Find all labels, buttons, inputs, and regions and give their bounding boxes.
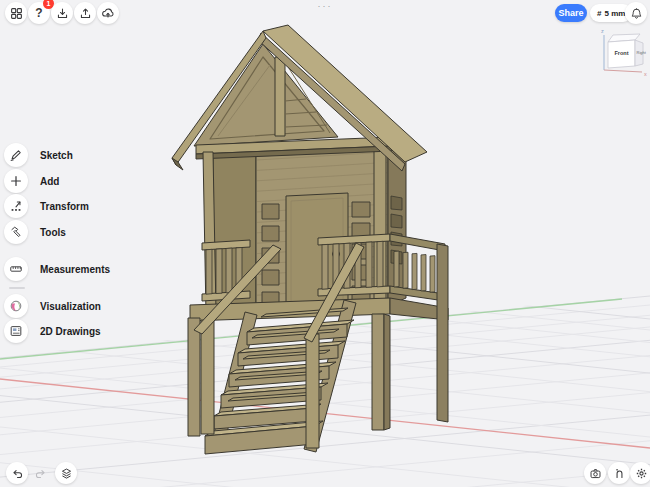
transform-arrows-icon: [9, 199, 23, 213]
layers-stack-icon: [60, 467, 73, 480]
redo-icon: [34, 467, 47, 480]
touch-input-icon: [613, 467, 626, 480]
sidebar-item-transform[interactable]: Transform: [4, 194, 89, 218]
touch-input-button[interactable]: [608, 462, 630, 484]
import-arrow-icon: [56, 7, 69, 20]
grid-units-value: 5 mm: [604, 9, 625, 18]
settings-gear-icon: [635, 467, 648, 480]
sidebar-label: Measurements: [40, 264, 110, 275]
cube-right-label: Right: [637, 50, 647, 55]
x-axis-label: x: [644, 71, 647, 77]
undo-icon: [11, 467, 24, 480]
help-button[interactable]: ? 1: [28, 2, 50, 24]
playhouse-model[interactable]: [172, 25, 448, 454]
question-mark-icon: ?: [35, 7, 42, 19]
material-sphere-icon: [9, 299, 23, 313]
sidebar-item-add[interactable]: Add: [4, 169, 59, 193]
sidebar-label: 2D Drawings: [40, 326, 101, 337]
sidebar-label: Transform: [40, 201, 89, 212]
sidebar-item-sketch[interactable]: Sketch: [4, 143, 73, 167]
sidebar-label: Sketch: [40, 150, 73, 161]
hammer-icon: [9, 225, 23, 239]
export-button[interactable]: [74, 2, 96, 24]
3d-viewport[interactable]: [0, 0, 650, 487]
camera-icon: [589, 467, 602, 480]
apps-button[interactable]: [5, 2, 27, 24]
undo-button[interactable]: [6, 462, 28, 484]
import-button[interactable]: [51, 2, 73, 24]
export-arrow-icon: [79, 7, 92, 20]
sidebar-divider: [9, 287, 25, 289]
sidebar-label: Tools: [40, 227, 66, 238]
items-button[interactable]: [55, 462, 77, 484]
sidebar-item-2d-drawings[interactable]: 2D Drawings: [4, 319, 101, 343]
redo-button[interactable]: [29, 462, 51, 484]
apps-grid-icon: [10, 7, 23, 20]
notifications-button[interactable]: [625, 2, 647, 24]
camera-button[interactable]: [584, 462, 606, 484]
sidebar-item-visualization[interactable]: Visualization: [4, 294, 101, 318]
sidebar-label: Visualization: [40, 301, 101, 312]
plus-icon: [9, 174, 23, 188]
view-cube[interactable]: Front Right z x: [596, 26, 650, 78]
sidebar-label: Add: [40, 176, 59, 187]
cube-front-label: Front: [614, 50, 628, 56]
sidebar-item-tools[interactable]: Tools: [4, 220, 66, 244]
app-window: { "window": { "top_indicator": "···" }, …: [0, 0, 650, 487]
pencil-icon: [9, 148, 23, 162]
grid-hash-icon: #: [597, 9, 601, 18]
cloud-sync-button[interactable]: [97, 2, 119, 24]
ruler-icon: [9, 262, 23, 276]
bell-icon: [630, 7, 643, 20]
share-label: Share: [558, 8, 583, 18]
z-axis-label: z: [601, 28, 604, 34]
settings-button[interactable]: [630, 462, 650, 484]
sidebar-item-measurements[interactable]: Measurements: [4, 257, 110, 281]
drawing-sheet-icon: [9, 324, 23, 338]
share-button[interactable]: Share: [555, 4, 587, 22]
cloud-upload-icon: [101, 6, 115, 20]
